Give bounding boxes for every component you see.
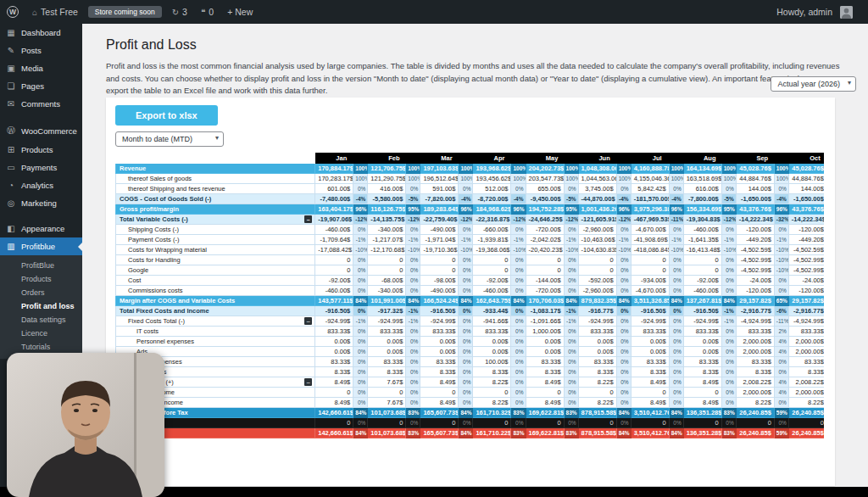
- cell-value: -68.00$: [368, 276, 406, 286]
- cell-value: 0: [736, 418, 774, 428]
- cell-value: -449.20$: [788, 235, 824, 245]
- sidebar-item-comments[interactable]: ✉Comments: [0, 95, 82, 113]
- cell-percent: 0%: [721, 398, 736, 408]
- collapse-toggle[interactable]: –: [304, 378, 312, 386]
- row-label: Costs for Wrapping material: [116, 245, 315, 255]
- cell-percent: 0%: [564, 327, 578, 337]
- sidebar-item-appearance[interactable]: ◧Appearance: [0, 220, 82, 237]
- cell-value: 0.00$: [368, 347, 406, 357]
- wordpress-menu[interactable]: W: [0, 0, 25, 24]
- cell-value: -120.00$: [736, 225, 774, 235]
- account-link[interactable]: Howdy, admin: [770, 0, 860, 24]
- cell-value: -92.00$: [683, 276, 721, 286]
- year-select[interactable]: Actual year (2026) ▾: [771, 76, 856, 92]
- export-xlsx-button[interactable]: Export to xlsx: [115, 105, 218, 126]
- cell-value: -1,091.66$: [526, 316, 564, 327]
- cell-value: 416.00$: [368, 184, 406, 194]
- cell-percent: 0%: [669, 265, 683, 276]
- cell-percent: 100%: [564, 164, 578, 174]
- cell-percent: 0%: [616, 367, 631, 377]
- cell-value: 0: [368, 265, 406, 276]
- cell-value: 833.33$: [420, 327, 459, 337]
- cell-value: 1,044,563.06$: [578, 174, 616, 184]
- sidebar-item-woocommerce[interactable]: ⓌWooCommerce: [0, 120, 82, 141]
- table-row: Payment Costs (-)-1,709.64$-1%-1,217.07$…: [116, 235, 825, 245]
- profitblue-icon: ▥: [6, 242, 16, 251]
- month-header: Oct: [788, 154, 824, 164]
- cell-value: 144.00$: [736, 184, 774, 194]
- submenu-item-profitblue-orders[interactable]: Orders: [0, 286, 82, 299]
- cell-percent: 0%: [721, 377, 736, 388]
- sidebar-item-analytics[interactable]: ◔Analytics: [0, 176, 82, 194]
- sidebar-item-profitblue[interactable]: ▥Profitblue: [0, 237, 82, 255]
- cell-percent: 0%: [774, 286, 788, 296]
- comments-link[interactable]: ❝ 0: [194, 0, 220, 24]
- cell-value: -22,316.87$: [473, 215, 511, 225]
- cell-percent: 0%: [353, 377, 368, 388]
- submenu-item-profitblue-home[interactable]: ProfitBlue: [0, 259, 82, 272]
- cell-percent: 0%: [406, 225, 420, 235]
- cell-value: 0: [631, 388, 669, 398]
- submenu-item-licence[interactable]: Licence: [0, 327, 82, 340]
- cell-value: 0: [683, 265, 721, 276]
- collapse-toggle[interactable]: –: [304, 215, 312, 223]
- cell-percent: 0%: [406, 377, 420, 388]
- cell-value: 196,512.64$: [420, 174, 459, 184]
- cell-percent: 0%: [406, 418, 420, 428]
- cell-percent: 0%: [669, 225, 683, 235]
- cell-percent: 0%: [511, 357, 526, 367]
- cell-value: 161,710.32$: [473, 408, 511, 418]
- site-name-link[interactable]: ⌂ Test Free: [25, 0, 85, 24]
- sidebar-item-posts[interactable]: ✎Posts: [0, 42, 82, 59]
- sidebar-item-label: Pages: [21, 81, 44, 91]
- cell-percent: -10%: [616, 245, 631, 255]
- sidebar-item-pages[interactable]: ❏Pages: [0, 77, 82, 95]
- new-content-link[interactable]: + New: [220, 0, 259, 24]
- cell-value: -2,960.00$: [578, 225, 616, 235]
- sidebar-item-media[interactable]: ▣Media: [0, 59, 82, 77]
- cell-percent: 0%: [669, 377, 683, 388]
- table-row: Profit after Tax142,660.61$84%101,073.68…: [116, 428, 825, 438]
- submenu-item-tutorials[interactable]: Tutorials: [0, 340, 82, 354]
- cell-value: 2,008.22$: [788, 377, 824, 388]
- submenu-item-data-settings[interactable]: Data settings: [0, 313, 82, 327]
- cell-percent: 0%: [721, 357, 736, 367]
- cell-percent: 96%: [669, 204, 683, 215]
- woocommerce-icon: Ⓦ: [6, 125, 16, 137]
- cell-value: 0: [578, 255, 616, 265]
- cell-value: -916.50$: [420, 306, 459, 316]
- sidebar-item-marketing[interactable]: ◎Marketing: [0, 194, 82, 212]
- sidebar-item-label: Comments: [21, 99, 60, 109]
- cell-value: 8.33$: [683, 367, 721, 377]
- updates-link[interactable]: ↻ 3: [165, 0, 194, 24]
- cell-value: 591.00$: [420, 184, 459, 194]
- table-row: Google00%00%00%00%00%00%00%00%-4,502.99$…: [116, 265, 825, 276]
- cell-value: 3,975,296.38$: [631, 204, 669, 215]
- cell-percent: -11%: [669, 215, 683, 225]
- cell-value: -941.66$: [473, 316, 511, 327]
- cell-percent: 0%: [353, 265, 368, 276]
- sidebar-item-dashboard[interactable]: ▦Dashboard: [0, 24, 82, 42]
- cell-percent: 0%: [353, 276, 368, 286]
- cell-percent: -10%: [774, 245, 788, 255]
- period-select[interactable]: Month to date (MTD) ▾: [115, 131, 224, 147]
- row-label: COGS - Cost of Goods Sold (-): [116, 194, 315, 204]
- cell-value: -1,650.00$: [788, 194, 824, 204]
- cell-percent: -12%: [616, 215, 631, 225]
- collapse-toggle[interactable]: –: [304, 317, 312, 325]
- submenu-item-profitblue-products[interactable]: Products: [0, 272, 82, 286]
- year-select-value: Actual year (2026): [777, 80, 840, 88]
- cell-value: 0.00$: [473, 347, 511, 357]
- sidebar-item-payments[interactable]: ▭Payments: [0, 159, 82, 176]
- cell-percent: 0%: [669, 418, 683, 428]
- cell-percent: 83%: [564, 408, 578, 418]
- submenu-item-profit-and-loss[interactable]: Profit and loss: [0, 299, 82, 313]
- row-label: –Fixed Costs Total (-): [116, 316, 315, 327]
- cell-value: -460.00$: [683, 225, 721, 235]
- table-row: –Income Total (+)8.49$0%7.67$0%8.49$0%8.…: [116, 377, 825, 388]
- sidebar-item-products[interactable]: ⊞Products: [0, 141, 82, 159]
- cell-percent: 0%: [459, 398, 473, 408]
- row-label: Costs for Handling: [116, 255, 315, 265]
- cell-percent: 0%: [511, 184, 526, 194]
- cell-value: 163,404.17$: [315, 204, 353, 215]
